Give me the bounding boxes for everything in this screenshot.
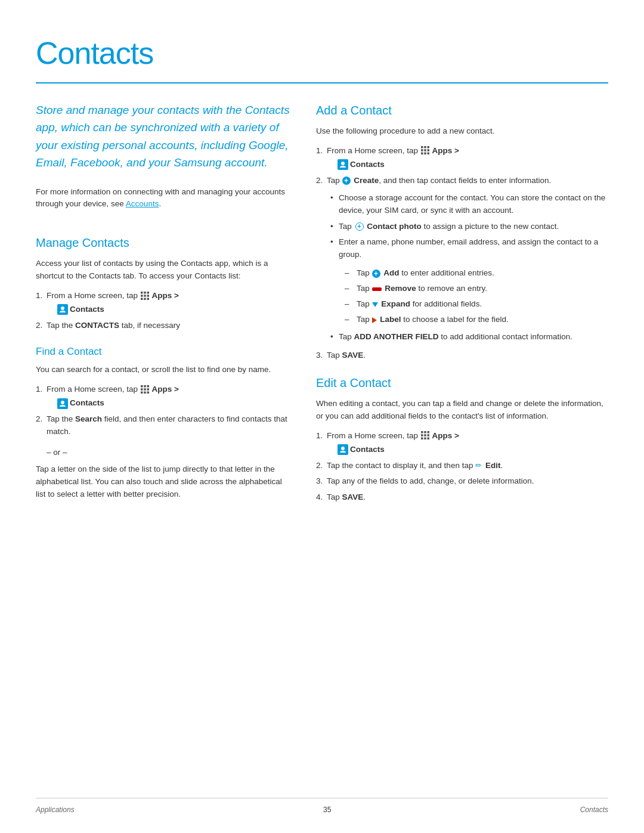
right-column: Add a Contact Use the following procedur… <box>316 101 608 512</box>
step-num: 1. <box>316 145 323 157</box>
add-step-1: 1. From a Home screen, tap <box>316 145 608 171</box>
page-container: Contacts Store and manage your contacts … <box>0 0 644 833</box>
apps-icon <box>421 146 429 154</box>
svg-rect-30 <box>421 431 423 433</box>
svg-rect-0 <box>141 292 143 294</box>
contacts-icon-box <box>57 398 68 409</box>
svg-rect-34 <box>424 434 426 436</box>
dash-add: Tap + Add to enter additional entries. <box>339 267 608 280</box>
svg-rect-15 <box>147 388 149 391</box>
svg-rect-12 <box>147 385 149 388</box>
find-contact-steps: 1. From a Home screen, tap <box>36 383 292 438</box>
svg-rect-38 <box>427 438 429 440</box>
apps-label: Apps > <box>432 431 459 440</box>
add-contact-steps: 1. From a Home screen, tap <box>316 145 608 362</box>
apps-label: Apps > <box>152 291 179 300</box>
chevron-down-icon <box>372 302 378 307</box>
step-text: From a Home screen, tap <box>327 431 459 440</box>
step-text: Tap the contact to display it, and then … <box>327 461 503 470</box>
edit-step-4: 4. Tap SAVE. <box>316 491 608 504</box>
svg-rect-18 <box>147 391 149 394</box>
add-step-2: 2. Tap + Create, and then tap contact fi… <box>316 175 608 343</box>
add-another-bold: ADD ANOTHER FIELD <box>354 332 439 341</box>
svg-rect-5 <box>147 295 149 297</box>
svg-rect-31 <box>424 431 426 433</box>
step-text: Tap the Search field, and then enter cha… <box>47 414 287 436</box>
step-num: 3. <box>316 349 323 362</box>
find-step-1: 1. From a Home screen, tap <box>36 383 292 410</box>
step-num: 3. <box>316 475 323 488</box>
apps-icon <box>141 292 149 300</box>
svg-rect-21 <box>424 146 426 148</box>
step-text: Tap + Create, and then tap contact field… <box>327 176 551 185</box>
add-step-3: 3. Tap SAVE. <box>316 349 608 362</box>
step-num: 1. <box>36 383 42 396</box>
or-body: Tap a letter on the side of the list to … <box>36 463 292 501</box>
svg-rect-10 <box>141 385 143 388</box>
remove-bold: Remove <box>385 284 416 293</box>
contact-photo-icon: + <box>355 222 364 231</box>
contacts-line: Contacts <box>57 397 292 410</box>
main-content: Store and manage your contacts with the … <box>36 101 608 512</box>
add-contact-heading: Add a Contact <box>316 101 608 119</box>
contacts-icon-box <box>57 304 68 315</box>
svg-rect-27 <box>424 153 426 155</box>
manage-contacts-body: Access your list of contacts by using th… <box>36 258 292 283</box>
svg-rect-8 <box>147 298 149 300</box>
contacts-bold: Contacts <box>350 444 385 456</box>
add-another-bullet: Tap ADD ANOTHER FIELD to add additional … <box>327 331 608 343</box>
dash-label: Tap Label to choose a label for the fiel… <box>339 314 608 326</box>
plus-icon-small: + <box>372 270 380 278</box>
find-contact-section: Find a Contact You can search for a cont… <box>36 344 292 501</box>
svg-rect-22 <box>427 146 429 148</box>
contacts-bold: Contacts <box>70 304 104 316</box>
step-num: 1. <box>36 290 42 302</box>
edit-bold: Edit <box>485 461 501 470</box>
search-bold: Search <box>75 414 102 423</box>
svg-rect-2 <box>147 292 149 294</box>
contacts-bold: Contacts <box>350 159 385 171</box>
minus-icon <box>372 287 382 291</box>
left-column: Store and manage your contacts with the … <box>36 101 292 512</box>
apps-icon <box>141 385 149 394</box>
create-bold: Create <box>354 176 379 185</box>
accounts-period: . <box>159 199 161 208</box>
svg-rect-37 <box>424 438 426 440</box>
manage-contacts-steps: 1. From a Home screen, tap <box>36 290 292 332</box>
step-text: Tap SAVE. <box>327 493 366 501</box>
save-bold-edit: SAVE <box>342 493 364 501</box>
page-title: Contacts <box>36 30 608 76</box>
dash-expand: Tap Expand for additional fields. <box>339 298 608 311</box>
step-num: 2. <box>316 175 323 187</box>
contacts-icon-box <box>338 444 348 455</box>
step-text: From a Home screen, tap <box>47 385 179 394</box>
svg-rect-20 <box>421 146 423 148</box>
svg-point-39 <box>341 447 345 450</box>
apps-label: Apps > <box>432 146 459 155</box>
contacts-bold: Contacts <box>70 397 104 410</box>
footer-right: Contacts <box>580 804 608 815</box>
dash-list: Tap + Add to enter additional entries. T… <box>339 267 608 326</box>
plus-icon: + <box>342 176 351 185</box>
svg-rect-28 <box>427 153 429 155</box>
chevron-label-icon <box>372 317 377 323</box>
svg-point-19 <box>61 401 64 404</box>
contacts-line: Contacts <box>57 304 292 316</box>
svg-rect-17 <box>144 391 146 394</box>
svg-rect-14 <box>144 388 146 391</box>
contacts-line: Contacts <box>338 159 608 171</box>
step-num: 2. <box>36 413 42 426</box>
step-text: Tap SAVE. <box>327 351 366 360</box>
add-contact-body: Use the following procedure to add a new… <box>316 125 608 138</box>
svg-rect-6 <box>141 298 143 300</box>
accounts-link[interactable]: Accounts <box>126 199 159 208</box>
intro-text: Store and manage your contacts with the … <box>36 101 292 172</box>
footer-center: 35 <box>323 804 331 815</box>
svg-rect-24 <box>424 150 426 152</box>
step-num: 2. <box>36 320 42 332</box>
edit-contact-steps: 1. From a Home screen, tap <box>316 430 608 504</box>
contact-photo-bold: Contact photo <box>367 222 421 231</box>
edit-step-1: 1. From a Home screen, tap <box>316 430 608 456</box>
manage-contacts-heading: Manage Contacts <box>36 234 292 252</box>
edit-contact-heading: Edit a Contact <box>316 374 608 392</box>
